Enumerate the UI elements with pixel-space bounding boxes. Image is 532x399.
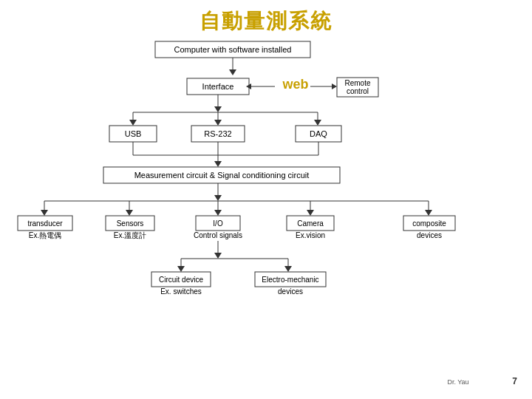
footer-page: 7 [512,376,517,386]
daq-label: DAQ [310,129,327,138]
electro-sub: devices [278,287,303,296]
composite-sub: devices [417,231,442,239]
svg-marker-53 [284,266,292,272]
computer-box-label: Computer with software installed [174,45,292,54]
svg-marker-50 [177,266,185,272]
electro-label: Electro-mechanic [262,276,318,284]
svg-marker-41 [307,210,314,216]
svg-marker-44 [425,210,432,216]
remote-control-label2: control [347,87,369,95]
svg-marker-35 [126,210,133,216]
svg-marker-2 [229,69,236,75]
interface-label: Interface [202,82,234,91]
web-label: web [282,77,308,92]
measurement-label: Measurement circuit & Signal conditionin… [134,171,310,180]
page-title: 自動量測系統 [0,0,532,35]
camera-sub: Ex.vision [296,231,325,239]
svg-marker-32 [41,210,48,216]
usb-label: USB [125,129,142,138]
circuit-device-sub: Ex. switches [160,287,202,296]
svg-marker-7 [332,83,337,89]
svg-marker-19 [314,120,321,126]
footer-author: Dr. Yau [447,378,468,386]
rs232-label: RS-232 [204,129,231,138]
circuit-device-label: Circuit device [159,276,203,284]
camera-label: Camera [297,219,324,228]
svg-marker-29 [214,195,222,201]
svg-marker-10 [214,106,222,112]
sensors-sub: Ex.溫度計 [114,231,146,239]
svg-marker-47 [214,253,222,259]
composite-label: composite [412,219,446,228]
transducer-sub: Ex.熱電偶 [29,231,61,239]
svg-marker-16 [214,120,222,126]
svg-marker-26 [214,161,222,167]
transducer-label: transducer [27,219,63,228]
remote-control-label: Remote [344,79,370,87]
sensors-label: Sensors [117,219,144,228]
svg-marker-38 [214,210,222,216]
io-sub: Control signals [194,231,242,239]
svg-marker-13 [129,120,137,126]
io-label: I/O [213,219,223,228]
diagram-svg: Computer with software installed web Int… [0,35,517,389]
